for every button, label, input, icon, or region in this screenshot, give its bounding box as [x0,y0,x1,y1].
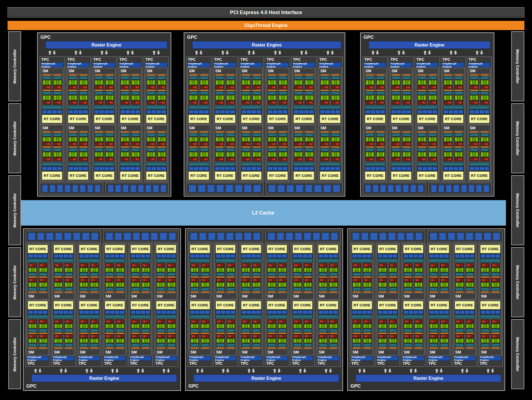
ldst-segment [157,254,161,258]
scheduler-bar [142,277,150,278]
sm-box: SMRT CORE [442,125,465,181]
core-group [157,264,165,278]
scheduler-bar [319,333,327,334]
core-block [42,131,52,162]
cuda-cores-grid [321,80,329,85]
tensor-core-bar [227,320,235,323]
cuda-cores-grid [392,95,400,100]
rt-core: RT CORE [267,115,288,123]
ldst-segment [455,311,460,314]
cuda-cores-grid [39,268,47,272]
cuda-cores-grid [429,95,437,100]
tensor-core-bar [444,86,452,89]
texture-unit-row [350,231,503,242]
dispatch-bar [268,344,276,347]
core-block [94,131,104,162]
tensor-core-bar [29,264,37,267]
dispatch-bar [304,344,312,347]
ldst-unit-row [120,166,140,171]
texture-unit [130,185,136,192]
ldst-unit-row [190,254,210,258]
tensor-core-bar [378,334,387,338]
tensor-core-bar [132,86,140,89]
tensor-core-bar [294,101,303,104]
dispatch-bar [200,133,208,136]
tpc-label: TPC [214,57,237,62]
sm-cache-bar [120,106,140,109]
ldst-segment [485,110,489,113]
cuda-cores-grid [293,324,301,328]
cuda-cores-grid [321,137,329,142]
up-arrow-icon [162,369,166,373]
core-group [440,334,448,349]
core-group [216,278,224,292]
rt-core: RT CORE [105,301,125,309]
cuda-cores-grid [455,152,463,157]
dispatch-bar [142,344,150,347]
core-group [278,320,286,334]
tpc-label: TPC [240,361,262,366]
scheduler-bar [54,347,62,349]
tensor-core-bar [293,334,301,338]
cuda-cores-grid [430,268,438,272]
sm-cache-bar [365,162,385,166]
ldst-segment [449,167,453,170]
ldst-segment [38,254,42,258]
texture-unit [244,185,252,192]
texture-unit [397,233,405,240]
ldst-segment [393,311,397,314]
ldst-segment [194,167,198,170]
ldst-segment [73,167,78,170]
cuda-cores-grid [106,137,114,142]
scheduler-bar [353,277,361,278]
dispatch-bar [106,344,114,347]
cuda-cores-grid [29,324,37,328]
core-group [167,320,175,334]
ldst-segment [277,254,282,258]
ldst-unit-row [443,110,464,114]
down-arrow-icon [491,369,494,373]
tpc-row: TPCPolyMorph EngineSMRT CORESMRT CORETPC… [350,243,503,367]
scheduler-bar [227,291,235,293]
tensor-core-bar [268,278,276,282]
ldst-unit-row [480,310,500,314]
core-block [320,74,330,105]
tensor-core-bar [90,264,98,267]
tensor-core-bar [278,264,286,267]
core-group [481,334,489,349]
ldst-segment [439,311,444,314]
dispatch-bar [39,344,47,347]
sm-box: SMRT CORE [468,125,491,181]
texture-unit [476,185,482,192]
ldst-segment [226,311,230,314]
arrow-pair [77,368,101,374]
scheduler-bar [440,347,448,349]
tpc-label: TPC [119,57,142,62]
ldst-unit-row [241,110,262,114]
tensor-core-bar [65,320,73,323]
cuda-cores-grid [440,282,448,287]
sm-cache-bar [53,259,74,262]
cuda-cores-grid [54,339,62,343]
polymorph-engine-bar: PolyMorph Engine [454,356,476,361]
sm-label: SM [391,126,411,130]
ldst-segment [152,167,156,170]
core-group [43,90,51,104]
scheduler-bar [389,333,397,334]
core-group [106,90,114,104]
sm-label: SM [28,294,48,298]
tensor-core-bar [366,142,374,146]
tensor-core-bar [389,320,397,323]
tensor-core-bar [392,158,400,161]
core-group [191,278,199,292]
core-group [377,90,385,104]
texture-unit [65,185,70,192]
cuda-cores-grid [366,95,374,100]
core-block [241,319,251,350]
core-block [391,74,401,105]
scheduler-bar [481,146,489,148]
tensor-core-bar [279,142,287,146]
sm-label: SM [429,294,449,298]
ldst-segment [319,311,323,314]
sm-core-blocks [190,263,210,293]
